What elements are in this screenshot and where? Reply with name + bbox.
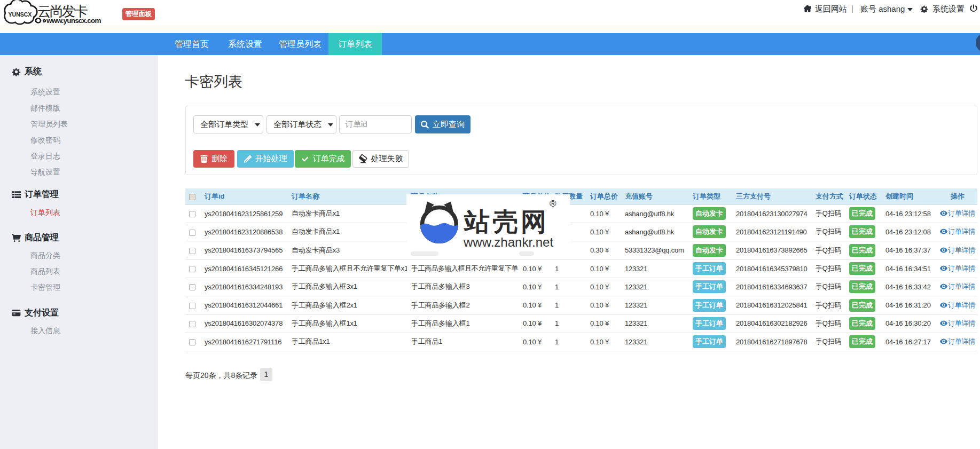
svg-text:YUNSCX: YUNSCX [9,11,32,18]
